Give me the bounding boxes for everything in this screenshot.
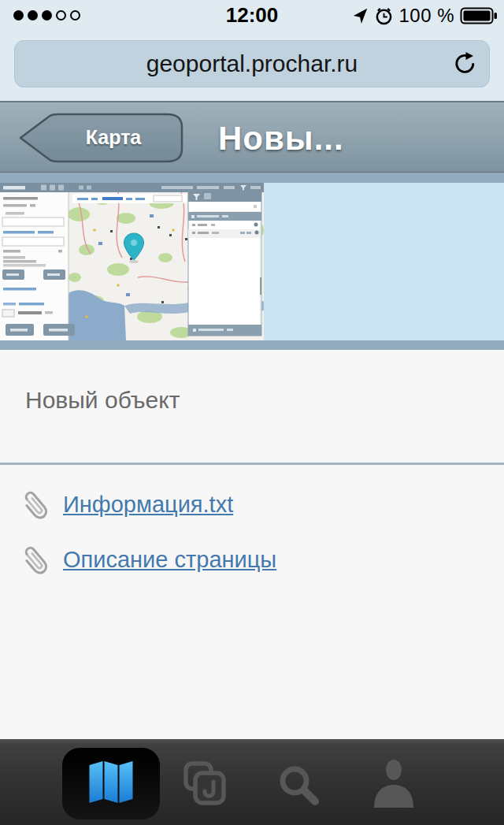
attachment-link[interactable]: Описание страницы <box>63 547 276 573</box>
back-button-map[interactable]: Карта <box>16 113 184 163</box>
page-content: Новый объект Информация.txt Описание стр… <box>0 350 504 739</box>
map-app-screenshot[interactable] <box>0 183 264 340</box>
attachment-link-row[interactable]: Информация.txt <box>20 484 233 525</box>
thumbnail-area <box>0 183 504 340</box>
person-icon[interactable] <box>369 758 419 810</box>
page-title: Новы... <box>218 113 344 165</box>
attachment-link[interactable]: Информация.txt <box>63 492 233 518</box>
url-text: geoportal.prochar.ru <box>15 41 489 87</box>
paperclip-icon <box>20 484 58 525</box>
url-field[interactable]: geoportal.prochar.ru <box>14 40 490 87</box>
refresh-icon[interactable] <box>453 51 478 76</box>
status-bar: 12:00 100 % <box>0 0 504 32</box>
battery-icon <box>460 7 498 24</box>
pages-icon[interactable] <box>183 761 227 807</box>
back-button-label: Карта <box>43 113 184 163</box>
object-heading: Новый объект <box>25 387 180 414</box>
attachment-link-row[interactable]: Описание страницы <box>20 539 276 580</box>
search-icon[interactable] <box>276 763 325 810</box>
alarm-clock-icon <box>375 7 393 25</box>
spacer-strip <box>0 340 504 350</box>
tab-bar <box>0 739 504 825</box>
browser-address-bar: geoportal.prochar.ru <box>0 32 504 101</box>
map-icon <box>86 759 136 808</box>
section-divider <box>0 463 504 465</box>
nav-bar: Карта Новы... <box>0 101 504 173</box>
paperclip-icon <box>20 539 58 580</box>
battery-percent: 100 % <box>398 5 454 27</box>
location-icon <box>352 7 369 24</box>
tab-map-active[interactable] <box>62 748 160 819</box>
spacer-strip <box>0 173 504 183</box>
